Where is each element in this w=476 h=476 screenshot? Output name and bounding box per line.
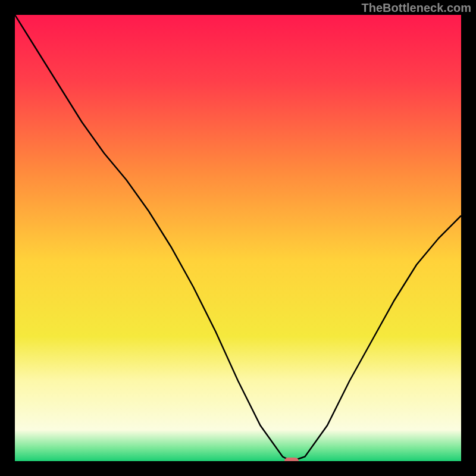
optimal-marker [284, 458, 299, 461]
plot-area [15, 15, 461, 461]
bottleneck-curve-path [15, 15, 461, 461]
chart-container: TheBottleneck.com [0, 0, 476, 476]
watermark-text: TheBottleneck.com [362, 1, 471, 15]
curve-svg [15, 15, 461, 461]
